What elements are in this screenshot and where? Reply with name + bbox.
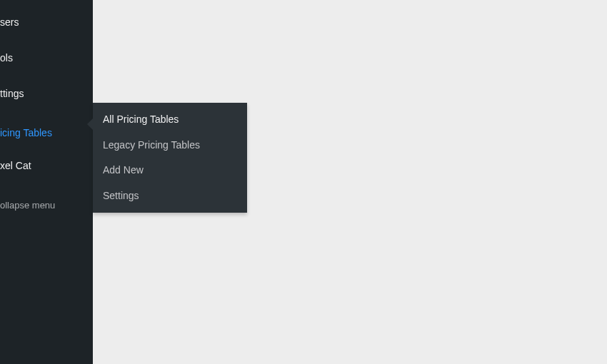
flyout-item-label: All Pricing Tables — [103, 113, 179, 125]
sidebar-item-label: ttings — [0, 88, 93, 99]
flyout-item-label: Legacy Pricing Tables — [103, 139, 200, 151]
admin-sidebar: sers ols ttings icing Tables xel Cat oll… — [0, 0, 93, 364]
flyout-item-legacy-pricing-tables[interactable]: Legacy Pricing Tables — [93, 133, 247, 158]
collapse-menu[interactable]: ollapse menu — [0, 194, 93, 216]
sidebar-item-label: icing Tables — [0, 127, 93, 138]
sidebar-item-pixel-cat[interactable]: xel Cat — [0, 154, 93, 177]
collapse-menu-label: ollapse menu — [0, 200, 55, 211]
sidebar-item-users[interactable]: sers — [0, 11, 93, 34]
sidebar-item-settings[interactable]: ttings — [0, 82, 93, 105]
flyout-item-label: Settings — [103, 190, 139, 201]
sidebar-divider — [0, 105, 93, 117]
flyout-item-add-new[interactable]: Add New — [93, 158, 247, 183]
flyout-item-label: Add New — [103, 164, 144, 176]
submenu-flyout: All Pricing Tables Legacy Pricing Tables… — [93, 103, 247, 213]
sidebar-item-tools[interactable]: ols — [0, 46, 93, 69]
flyout-item-settings[interactable]: Settings — [93, 183, 247, 213]
sidebar-item-label: xel Cat — [0, 160, 93, 171]
sidebar-item-label: ols — [0, 52, 93, 64]
sidebar-item-label: sers — [0, 16, 93, 28]
flyout-item-all-pricing-tables[interactable]: All Pricing Tables — [93, 103, 247, 133]
sidebar-item-pricing-tables[interactable]: icing Tables — [0, 121, 93, 144]
